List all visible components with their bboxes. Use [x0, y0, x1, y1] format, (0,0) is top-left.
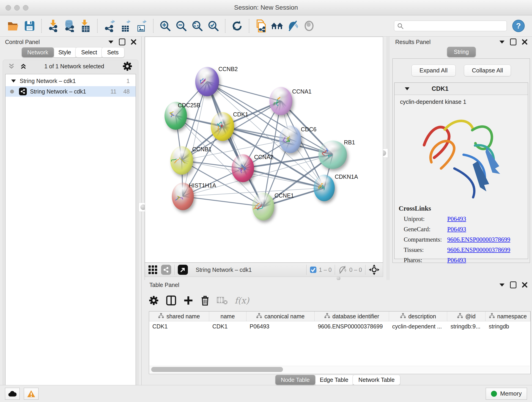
node-CDK1[interactable] — [211, 112, 234, 141]
column-header-shared-name[interactable]: shared name — [149, 312, 209, 321]
clone-network-icon[interactable] — [254, 19, 268, 33]
edge-CCNB2-HIST1H1A[interactable] — [183, 82, 207, 196]
float-panel-icon[interactable] — [119, 38, 125, 45]
tab-network[interactable]: Network — [22, 47, 54, 57]
column-header-namespace[interactable]: namespace — [486, 312, 530, 321]
column-header-canonical-name[interactable]: canonical name — [247, 312, 315, 321]
warnings-button[interactable] — [24, 388, 38, 400]
section-collapse-icon[interactable] — [405, 87, 410, 91]
minimize-window-icon[interactable] — [14, 5, 20, 11]
right-splitter[interactable] — [387, 37, 387, 280]
delete-table-icon[interactable] — [217, 296, 228, 305]
node-CCNA2[interactable] — [232, 154, 254, 182]
crosslink-value-link[interactable]: P06493 — [447, 226, 466, 233]
zoom-out-icon[interactable] — [175, 19, 188, 33]
edge-CCNA2-CDKN1A[interactable] — [243, 168, 324, 188]
tab-node-table[interactable]: Node Table — [275, 375, 316, 385]
node-table[interactable]: shared namenamecanonical namedatabase id… — [149, 311, 531, 374]
export-table-icon[interactable] — [119, 19, 132, 33]
save-session-icon[interactable] — [23, 19, 36, 33]
crosslink-value-link[interactable]: P06493 — [447, 216, 466, 223]
network-row[interactable]: String Network – cdk1 11 48 — [6, 86, 136, 97]
horizontal-splitter-grip[interactable] — [336, 276, 341, 280]
close-panel-icon[interactable] — [522, 39, 527, 45]
table-cell[interactable]: stringdb — [486, 321, 530, 332]
close-window-icon[interactable] — [6, 5, 11, 11]
open-in-browser-icon[interactable] — [178, 265, 188, 275]
node-CCNB2[interactable] — [195, 67, 219, 96]
apply-layout-icon[interactable] — [230, 19, 244, 33]
network-canvas[interactable]: CCNB2CCNA1CDC25BCDK1CDC6RB1CCNB1CCNA2CDK… — [145, 37, 383, 263]
node-CDC6[interactable] — [279, 126, 301, 153]
column-header-name[interactable]: name — [209, 312, 247, 321]
tab-style[interactable]: Style — [53, 47, 77, 57]
table-cell[interactable]: CDK1 — [209, 321, 247, 332]
help-icon[interactable]: ? — [512, 19, 525, 33]
import-network-from-file-icon[interactable] — [47, 19, 60, 33]
table-cell[interactable]: 9606.ENSP00000378699 — [315, 321, 389, 332]
tab-network-table[interactable]: Network Table — [353, 375, 400, 385]
panel-menu-icon[interactable] — [500, 283, 505, 287]
table-cell[interactable]: cyclin-dependent ... — [389, 321, 447, 332]
delete-column-icon[interactable] — [200, 295, 210, 306]
node-CDKN1A[interactable] — [314, 175, 335, 201]
panel-menu-icon[interactable] — [108, 41, 114, 44]
crosslink-value-link[interactable]: P06493 — [447, 257, 466, 264]
zoom-fit-icon[interactable] — [191, 19, 204, 33]
import-network-from-database-icon[interactable] — [63, 19, 76, 33]
birds-eye-grid-icon[interactable] — [148, 265, 157, 274]
scrollbar-thumb[interactable] — [151, 367, 283, 372]
global-search-box[interactable] — [394, 21, 507, 31]
show-columns-icon[interactable] — [166, 295, 177, 306]
expand-all-tree-icon[interactable] — [20, 63, 26, 69]
column-header-@id[interactable]: @id — [447, 312, 486, 321]
zoom-selected-icon[interactable] — [207, 19, 220, 33]
tab-select[interactable]: Select — [75, 47, 103, 57]
tab-edge-table[interactable]: Edge Table — [314, 375, 354, 385]
function-builder-icon[interactable]: f(x) — [234, 296, 249, 306]
search-input[interactable] — [406, 22, 504, 29]
network-options-gear-icon[interactable] — [122, 61, 133, 71]
node-CCNA1[interactable] — [269, 87, 292, 115]
column-header-database-identifier[interactable]: database identifier — [315, 312, 389, 321]
column-header-description[interactable]: description — [389, 312, 447, 321]
cloud-status-button[interactable] — [5, 388, 20, 400]
table-options-gear-icon[interactable] — [148, 295, 159, 306]
node-CCNE1[interactable] — [252, 192, 274, 220]
panel-menu-icon[interactable] — [500, 41, 505, 44]
string-badge-icon[interactable] — [161, 265, 171, 275]
fit-selected-crosshair-icon[interactable] — [369, 264, 380, 275]
import-table-from-file-icon[interactable] — [79, 19, 92, 33]
table-cell[interactable]: stringdb:9... — [447, 321, 486, 332]
table-row[interactable]: CDK1CDK1P064939606.ENSP00000378699cyclin… — [149, 321, 530, 332]
table-horizontal-scrollbar[interactable] — [149, 366, 530, 373]
table-cell[interactable]: CDK1 — [149, 321, 209, 332]
protein-section-header[interactable]: CDK1 — [394, 83, 528, 95]
crosslink-value-link[interactable]: 9606.ENSP00000378699 — [447, 246, 510, 254]
collapse-all-button[interactable]: Collapse All — [464, 65, 511, 76]
float-panel-icon[interactable] — [510, 38, 516, 45]
selected-checkbox-icon[interactable] — [310, 266, 317, 273]
table-cell[interactable]: P06493 — [247, 321, 315, 332]
close-panel-icon[interactable] — [131, 39, 136, 45]
hide-unhide-icon[interactable] — [286, 19, 300, 33]
zoom-in-icon[interactable] — [158, 19, 172, 33]
collection-expand-icon[interactable] — [11, 79, 16, 83]
node-CCNB1[interactable] — [170, 146, 193, 175]
preview-eye-icon[interactable] — [302, 19, 316, 33]
close-panel-icon[interactable] — [522, 282, 527, 288]
crosslink-value-link[interactable]: 9606.ENSP00000378699 — [447, 236, 510, 243]
collapse-all-tree-icon[interactable] — [8, 63, 14, 69]
float-panel-icon[interactable] — [510, 281, 516, 288]
expand-all-button[interactable]: Expand All — [412, 65, 456, 76]
network-collection-row[interactable]: String Network – cdk1 1 — [6, 76, 136, 86]
node-RB1[interactable] — [318, 140, 347, 169]
export-network-icon[interactable] — [103, 19, 116, 33]
edge-CCNE1-HIST1H1A[interactable] — [183, 196, 263, 206]
home-networks-icon[interactable] — [270, 19, 284, 33]
export-image-icon[interactable] — [135, 19, 148, 33]
open-session-icon[interactable] — [7, 19, 20, 33]
hidden-eye-slash-icon[interactable] — [338, 266, 347, 274]
tab-sets[interactable]: Sets — [101, 47, 124, 57]
tab-string[interactable]: String — [447, 47, 476, 57]
